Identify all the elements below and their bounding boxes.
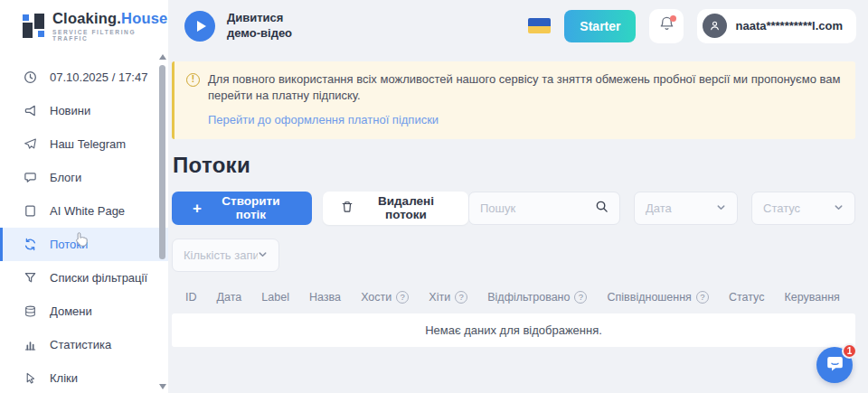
- records-row: Кількість запи: [172, 239, 855, 272]
- column-hits: Хіти ?: [429, 291, 467, 304]
- topbar: Дивитися демо-відео Starter: [168, 0, 868, 51]
- filter-icon: [23, 271, 37, 285]
- content: ! Для повного використання всіх можливос…: [168, 51, 868, 393]
- records-count-select[interactable]: Кількість запи: [172, 239, 279, 272]
- column-hosts: Хости ?: [361, 291, 409, 304]
- table-empty-row: Немає даних для відображення.: [172, 313, 855, 347]
- column-id: ID: [185, 291, 197, 304]
- column-filtered: Відфільтровано ?: [487, 291, 587, 304]
- notifications-button[interactable]: [649, 9, 684, 43]
- column-status: Статус: [729, 291, 765, 304]
- plus-icon: +: [193, 201, 202, 216]
- column-ratio: Співвідношення ?: [608, 291, 709, 304]
- sidebar-item-streams[interactable]: Потоки: [0, 228, 168, 261]
- deleted-streams-button[interactable]: Видалені потоки: [323, 192, 468, 225]
- subscribe-link[interactable]: Перейти до оформлення платної підписки: [208, 113, 439, 126]
- brand-logo-icon: [23, 14, 44, 38]
- chat-icon: [23, 171, 37, 185]
- alert-icon: !: [186, 73, 200, 87]
- play-icon[interactable]: [184, 11, 215, 42]
- chevron-down-icon: [716, 201, 726, 215]
- sidebar-item-ai-white-page[interactable]: AI White Page: [0, 194, 168, 228]
- demo-video-button[interactable]: Дивитися демо-відео: [184, 11, 292, 42]
- search-box[interactable]: [468, 192, 620, 225]
- create-stream-button[interactable]: + Створити потік: [172, 192, 312, 225]
- megaphone-icon: [23, 104, 37, 118]
- clock-icon: [23, 70, 37, 85]
- search-icon[interactable]: [595, 200, 609, 217]
- demo-video-label: Дивитися демо-відео: [227, 11, 292, 42]
- scrollbar-down-arrow[interactable]: [159, 384, 166, 389]
- sidebar-item-statistics[interactable]: Статистика: [0, 328, 168, 361]
- stats-icon: [23, 338, 37, 352]
- help-icon[interactable]: ?: [455, 291, 467, 304]
- help-icon[interactable]: ?: [574, 291, 587, 304]
- status-filter-select[interactable]: Статус: [751, 192, 855, 225]
- scrollbar-thumb[interactable]: [159, 65, 165, 259]
- sidebar-item-domains[interactable]: Домени: [0, 295, 168, 328]
- help-icon[interactable]: ?: [396, 291, 409, 304]
- brand-name: Cloaking.House: [52, 10, 168, 27]
- scrollbar-up-arrow[interactable]: [159, 54, 166, 60]
- table-header-row: ID Дата Label Назва: [172, 291, 855, 304]
- toolbar: + Створити потік Видалені потоки: [172, 192, 855, 225]
- column-date: Дата: [217, 291, 242, 304]
- trash-icon: [341, 201, 354, 216]
- chat-bubble-icon: [826, 354, 844, 377]
- sidebar-item-date: 07.10.2025 / 17:47: [0, 61, 168, 94]
- page-title: Потоки: [173, 153, 855, 178]
- domains-icon: [23, 304, 37, 319]
- empty-state-text: Немає даних для відображення.: [425, 323, 602, 337]
- sidebar-item-news[interactable]: Новини: [0, 94, 168, 127]
- brand-logo[interactable]: Cloaking.House SERVICE FILTERING TRAFFIC: [0, 0, 168, 51]
- sidebar-item-clicks[interactable]: Кліки: [0, 361, 168, 393]
- user-menu[interactable]: naata**********l.com: [697, 9, 856, 43]
- language-flag-ua[interactable]: [528, 18, 551, 33]
- telegram-icon: [23, 137, 37, 152]
- streams-icon: [23, 238, 37, 252]
- clicks-icon: [23, 371, 37, 386]
- column-name: Назва: [309, 291, 341, 304]
- date-filter-select[interactable]: Дата: [634, 192, 738, 225]
- search-input[interactable]: [480, 201, 595, 215]
- chevron-down-icon: [258, 248, 268, 262]
- sidebar-scrollbar[interactable]: [158, 54, 167, 389]
- column-manage: Керування: [785, 291, 840, 304]
- trial-warning-banner: ! Для повного використання всіх можливос…: [172, 61, 855, 139]
- sidebar-item-telegram[interactable]: Наш Telegram: [0, 127, 168, 161]
- help-icon[interactable]: ?: [696, 291, 709, 304]
- plan-badge[interactable]: Starter: [564, 10, 636, 42]
- column-label: Label: [261, 291, 289, 304]
- chat-unread-badge: 1: [842, 343, 857, 359]
- avatar: [703, 14, 727, 38]
- chat-widget-button[interactable]: 1: [816, 347, 853, 383]
- sidebar-nav: 07.10.2025 / 17:47 Новини Наш Telegram Б…: [0, 51, 168, 393]
- brand-tagline: SERVICE FILTERING TRAFFIC: [52, 29, 168, 42]
- notification-dot: [670, 15, 676, 22]
- sidebar: Cloaking.House SERVICE FILTERING TRAFFIC…: [0, 0, 168, 393]
- user-email: naata**********l.com: [735, 19, 843, 33]
- sidebar-item-filter-lists[interactable]: Списки фільтрації: [0, 261, 168, 295]
- page-icon: [23, 204, 37, 219]
- main-column: Дивитися демо-відео Starter: [168, 0, 868, 393]
- sidebar-item-blogs[interactable]: Блоги: [0, 161, 168, 194]
- banner-text: Для повного використання всіх можливосте…: [208, 71, 841, 105]
- chevron-down-icon: [834, 201, 844, 215]
